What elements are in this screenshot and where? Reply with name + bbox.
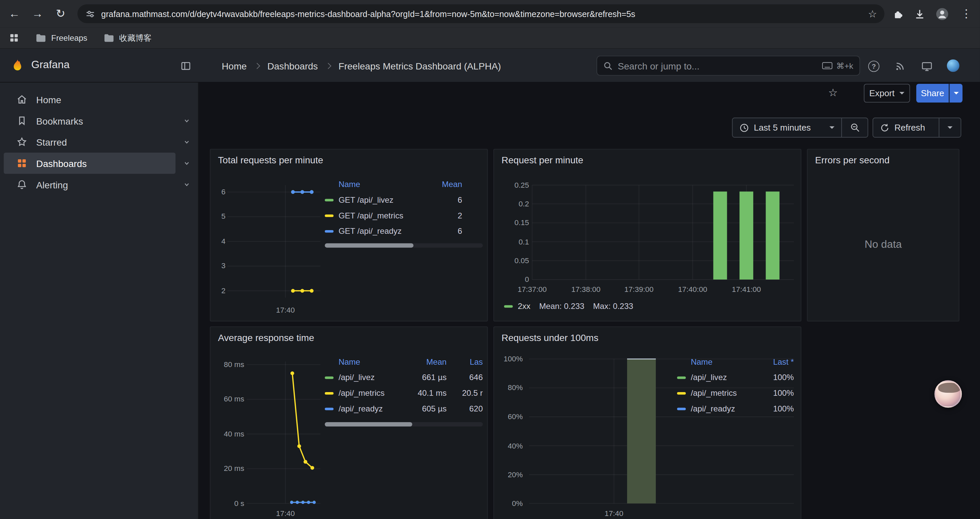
bookmark-folder-freeleaps[interactable]: Freeleaps: [36, 33, 88, 42]
y-tick: 2: [210, 287, 226, 295]
bookmark-icon: [16, 115, 28, 126]
brand-title: Grafana: [31, 59, 70, 71]
legend-header-last[interactable]: Las: [447, 357, 483, 366]
legend-row[interactable]: GET /api/_livez 6: [325, 192, 483, 208]
legend-header-last[interactable]: Last *: [764, 357, 794, 366]
legend-row[interactable]: GET /api/_readyz 6: [325, 223, 483, 239]
sidebar-item-home[interactable]: Home: [4, 89, 175, 110]
chevron-right-icon: [325, 62, 332, 69]
breadcrumb-dashboards[interactable]: Dashboards: [267, 61, 318, 71]
apps-grid-icon[interactable]: [9, 32, 19, 43]
folder-icon: [36, 33, 46, 42]
forward-button[interactable]: →: [29, 5, 46, 22]
y-tick: 4: [210, 237, 226, 246]
legend-item[interactable]: 2xx: [504, 302, 530, 311]
series-last: 100%: [764, 373, 794, 382]
share-button[interactable]: Share: [916, 84, 949, 102]
chevron-down-icon[interactable]: [183, 116, 191, 125]
dashboard-canvas: ☆ Export Share Last 5 minutes Refresh To…: [199, 83, 980, 519]
series-name[interactable]: GET /api/_metrics: [339, 211, 437, 220]
breadcrumb-home[interactable]: Home: [222, 61, 247, 71]
floating-assistant-avatar[interactable]: [934, 380, 962, 407]
legend-header-mean[interactable]: Mean: [437, 179, 462, 188]
nav-sidebar: Home Bookmarks Starred Dashboards Alerti…: [0, 83, 199, 519]
star-icon: [16, 136, 28, 148]
legend-header-name[interactable]: Name: [339, 357, 410, 366]
series-name[interactable]: /api/_livez: [339, 373, 410, 382]
x-tick: 17:39:00: [614, 285, 664, 294]
bookmarks-bar: Freeleaps 收藏博客: [0, 27, 980, 49]
share-dropdown-button[interactable]: [949, 84, 963, 102]
series-name[interactable]: GET /api/_readyz: [339, 227, 437, 236]
url-text: grafana.mathmast.com/d/deytv4rwavabkb/fr…: [101, 9, 863, 18]
refresh-icon: [880, 123, 889, 132]
legend-row[interactable]: /api/_metrics 100%: [677, 385, 794, 401]
series-name[interactable]: 2xx: [518, 302, 530, 311]
legend-header-name[interactable]: Name: [339, 179, 437, 188]
zoom-out-button[interactable]: [841, 118, 868, 137]
browser-toolbar: ← → ↻ grafana.mathmast.com/d/deytv4rwava…: [0, 0, 980, 27]
refresh-button[interactable]: Refresh: [873, 118, 939, 137]
sidebar-item-bookmarks[interactable]: Bookmarks: [4, 110, 175, 132]
time-range-picker[interactable]: Last 5 minutes: [732, 118, 842, 137]
legend-row[interactable]: /api/_livez 661 µs 646: [325, 370, 483, 385]
legend-row[interactable]: /api/_metrics 40.1 ms 20.5 r: [325, 385, 483, 401]
legend-row[interactable]: GET /api/_metrics 2: [325, 208, 483, 224]
reload-button[interactable]: ↻: [52, 5, 69, 22]
series-last: 20.5 r: [447, 388, 483, 398]
legend-row[interactable]: /api/_livez 100%: [677, 370, 794, 385]
y-tick: 6: [210, 188, 226, 196]
legend-scrollbar[interactable]: [325, 422, 483, 426]
chevron-down-icon[interactable]: [183, 159, 191, 168]
sidebar-item-starred[interactable]: Starred: [4, 131, 175, 153]
sidebar-item-label: Dashboards: [37, 158, 87, 169]
sidebar-item-alerting[interactable]: Alerting: [4, 174, 175, 195]
series-name[interactable]: /api/_metrics: [339, 388, 410, 398]
sidebar-item-dashboards[interactable]: Dashboards: [4, 153, 175, 174]
monitor-icon[interactable]: [921, 61, 932, 72]
y-tick: 0.25: [494, 181, 529, 189]
help-glyph: ?: [872, 62, 876, 70]
legend-max: Max: 0.233: [593, 302, 633, 311]
legend-header-name[interactable]: Name: [691, 357, 764, 366]
extensions-icon[interactable]: [892, 8, 904, 20]
grafana-logo[interactable]: [10, 57, 26, 74]
back-button[interactable]: ←: [6, 5, 23, 22]
user-avatar[interactable]: [947, 59, 959, 72]
chevron-down-icon[interactable]: [183, 180, 191, 189]
y-tick: 0.1: [494, 238, 529, 246]
panel-total-requests: Total requests per minute 6 5 4 3 2 17:4…: [210, 149, 488, 322]
url-bar[interactable]: grafana.mathmast.com/d/deytv4rwavabkb/fr…: [77, 4, 884, 23]
bookmark-label: Freeleaps: [51, 33, 88, 42]
series-name[interactable]: /api/_livez: [691, 373, 764, 382]
browser-menu-button[interactable]: ⋮: [958, 5, 975, 22]
export-button[interactable]: Export: [864, 84, 910, 102]
series-name[interactable]: GET /api/_livez: [339, 195, 437, 204]
series-color-dash: [504, 305, 513, 307]
bookmark-star-icon[interactable]: ☆: [868, 8, 877, 20]
series-color-dash: [325, 230, 334, 232]
bookmark-folder-blogs[interactable]: 收藏博客: [103, 32, 151, 43]
browser-profile-avatar[interactable]: [935, 7, 949, 21]
site-info-icon[interactable]: [85, 8, 96, 19]
y-tick: 0 s: [210, 499, 244, 508]
series-name[interactable]: /api/_metrics: [691, 388, 764, 398]
chevron-down-icon[interactable]: [183, 137, 191, 146]
favorite-dashboard-star-icon[interactable]: ☆: [828, 86, 838, 99]
sidebar-toggle-icon[interactable]: [180, 61, 191, 72]
y-tick: 0%: [494, 499, 523, 508]
share-label: Share: [921, 88, 944, 98]
search-input[interactable]: Search or jump to... ⌘+k: [597, 56, 860, 76]
panel-title[interactable]: Errors per second: [815, 155, 889, 165]
series-name[interactable]: /api/_readyz: [691, 404, 764, 414]
series-name[interactable]: /api/_readyz: [339, 404, 410, 414]
legend-scrollbar[interactable]: [325, 243, 483, 248]
rss-icon[interactable]: [894, 61, 905, 72]
refresh-interval-dropdown[interactable]: [939, 118, 961, 137]
legend-header-mean[interactable]: Mean: [410, 357, 447, 366]
legend-row[interactable]: /api/_readyz 605 µs 620: [325, 401, 483, 417]
help-icon[interactable]: ?: [868, 61, 880, 72]
sidebar-item-label: Home: [37, 94, 61, 105]
download-icon[interactable]: [914, 8, 926, 20]
legend-row[interactable]: /api/_readyz 100%: [677, 401, 794, 417]
